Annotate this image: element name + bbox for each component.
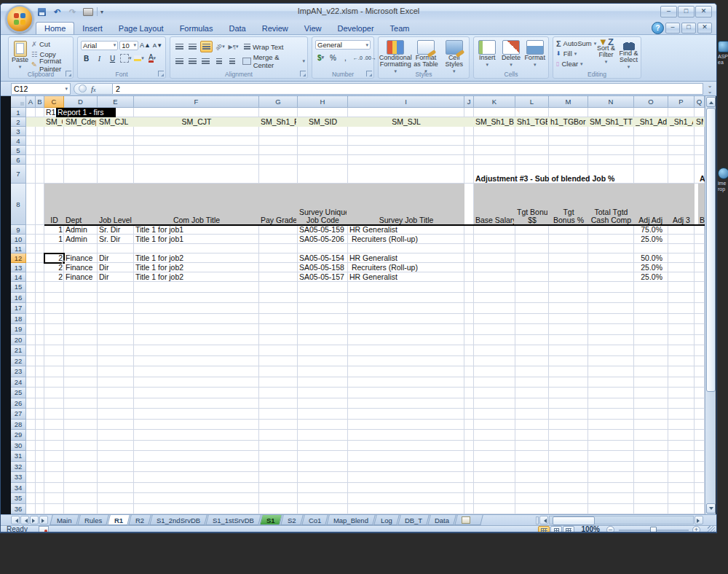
cell-K2[interactable]: SM_Sh1_Base	[475, 117, 514, 126]
sheet-tab-map_blend[interactable]: Map_Blend	[326, 515, 376, 525]
row-header-23[interactable]: 23	[11, 366, 26, 377]
insert-function-button[interactable]: fx	[74, 83, 113, 95]
sheet-tab-s1_1stsrvdb[interactable]: S1_1stSrvDB	[206, 515, 262, 525]
scroll-right-button[interactable]	[695, 516, 703, 524]
percent-button[interactable]: %	[328, 52, 339, 63]
row-header-31[interactable]: 31	[11, 451, 26, 462]
number-format-combo[interactable]: General▾	[315, 40, 371, 50]
cell-H13[interactable]: SA05-05-158	[299, 263, 347, 272]
sheet-tab-s1[interactable]: S1	[260, 515, 282, 525]
row-header-7[interactable]: 7	[11, 165, 26, 184]
help-button[interactable]: ?	[652, 22, 664, 34]
column-header-J[interactable]: J	[464, 96, 474, 108]
alignment-dialog-launcher[interactable]	[300, 71, 306, 76]
desktop-icon[interactable]: ASPea	[718, 41, 728, 66]
horizontal-scroll-track[interactable]	[549, 516, 694, 524]
sheet-tab-rules[interactable]: Rules	[77, 515, 109, 525]
row-header-19[interactable]: 19	[11, 324, 26, 335]
cell-O14[interactable]: 25.0%	[636, 272, 662, 281]
fill-color-button[interactable]: ▾	[134, 53, 145, 63]
autosum-button[interactable]: ΣAutoSum▾	[556, 39, 594, 48]
vertical-scroll-thumb[interactable]	[706, 108, 716, 392]
cell-H9[interactable]: SA05-05-159	[299, 225, 347, 234]
column-header-H[interactable]: H	[298, 96, 348, 108]
prev-sheet-button[interactable]	[20, 516, 29, 524]
horizontal-scroll-thumb[interactable]	[553, 516, 595, 525]
column-header-E[interactable]: E	[98, 96, 134, 108]
office-button[interactable]	[6, 5, 33, 33]
expand-formula-bar-button[interactable]: ⌄⌄	[705, 83, 715, 95]
zoom-slider-thumb[interactable]	[650, 527, 657, 533]
cell-styles-button[interactable]: Cell Styles▾	[442, 39, 467, 74]
text-direction-button[interactable]: ▶¶▾	[228, 42, 239, 52]
column-header-P[interactable]: P	[668, 96, 695, 108]
cell-F12[interactable]: Title 1 for job2	[135, 253, 258, 262]
column-header-Q[interactable]: Q	[695, 96, 705, 108]
vertical-scrollbar[interactable]	[705, 96, 716, 514]
title-bar[interactable]: ↶ ↷ ▾ ImpAN_v22.xlsm - Microsoft Excel –…	[1, 4, 716, 20]
scroll-up-button[interactable]	[706, 97, 716, 107]
cell-D9[interactable]: Admin	[66, 225, 96, 234]
zoom-out-button[interactable]: –	[606, 526, 614, 533]
row-header-36[interactable]: 36	[11, 504, 26, 515]
comma-button[interactable]: ,	[340, 52, 351, 63]
cell-D2[interactable]: SM_Cdept	[66, 117, 96, 126]
cell-E13[interactable]: Dir	[99, 263, 132, 272]
orientation-button[interactable]: ab▾	[215, 42, 226, 52]
row-header-28[interactable]: 28	[11, 420, 26, 430]
italic-button[interactable]: I	[94, 53, 105, 63]
horizontal-scrollbar[interactable]	[536, 516, 703, 524]
sheet-tab-co1[interactable]: Co1	[301, 515, 328, 525]
minimize-button[interactable]: –	[660, 6, 677, 17]
maximize-button[interactable]: □	[678, 6, 695, 17]
cell-H8[interactable]: Survey Unique Job Code	[299, 208, 347, 224]
page-layout-view-button[interactable]	[550, 526, 562, 533]
column-header-A[interactable]: A	[26, 96, 36, 108]
cell-E8[interactable]: Job Level	[99, 216, 132, 224]
row-header-20[interactable]: 20	[11, 335, 26, 346]
clipboard-dialog-launcher[interactable]	[66, 71, 71, 76]
row-header-29[interactable]: 29	[11, 430, 26, 441]
ribbon-tab-formulas[interactable]: Formulas	[172, 23, 221, 34]
sheet-tab-db_t[interactable]: DB_T	[397, 515, 430, 525]
cell-H10[interactable]: SA05-05-206	[299, 235, 347, 243]
cell-M2[interactable]: h1_TGBor	[550, 117, 587, 126]
fill-button[interactable]: ⬇Fill▾	[556, 49, 594, 58]
cell-I12[interactable]: HR Generalist	[349, 253, 568, 262]
align-middle-button[interactable]	[187, 42, 198, 52]
cell-P8[interactable]: Adj 3	[670, 216, 693, 224]
column-header-F[interactable]: F	[134, 96, 259, 108]
column-header-C[interactable]: C	[44, 96, 64, 108]
borders-button[interactable]: ▾	[120, 53, 132, 63]
cell-O10[interactable]: 25.0%	[636, 235, 662, 243]
zoom-level[interactable]: 100%	[581, 525, 600, 533]
row-header-2[interactable]: 2	[11, 117, 26, 127]
cell-F10[interactable]: Title 1 for job1	[135, 235, 258, 243]
cell-G8[interactable]: Pay Grade	[261, 216, 296, 224]
clear-button[interactable]: ▯Clear▾	[556, 59, 594, 68]
cell-E9[interactable]: Sr. Dir	[99, 225, 132, 234]
ribbon-tab-review[interactable]: Review	[254, 23, 296, 34]
ribbon-tab-insert[interactable]: Insert	[74, 23, 111, 34]
format-as-table-button[interactable]: Format as Table▾	[412, 39, 440, 74]
cell-F9[interactable]: Title 1 for job1	[135, 225, 258, 234]
ribbon-tab-page-layout[interactable]: Page Layout	[111, 23, 172, 34]
decrease-indent-button[interactable]	[213, 56, 224, 66]
row-header-14[interactable]: 14	[11, 272, 26, 282]
select-all-corner[interactable]	[11, 96, 26, 108]
ribbon-tab-developer[interactable]: Developer	[329, 23, 381, 34]
cell-C10[interactable]: 1	[46, 235, 63, 243]
font-name-combo[interactable]: Arial▾	[81, 41, 118, 50]
sheet-tab-main[interactable]: Main	[50, 515, 79, 525]
column-header-B[interactable]: B	[36, 96, 44, 108]
cell-E14[interactable]: Dir	[99, 272, 132, 281]
cell-G2[interactable]: SM_Sh1_PG	[261, 117, 296, 126]
row-header-30[interactable]: 30	[11, 441, 26, 452]
cell-O12[interactable]: 50.0%	[636, 253, 662, 262]
normal-view-button[interactable]	[538, 526, 550, 533]
cell-O9[interactable]: 75.0%	[636, 225, 662, 234]
cell-C8[interactable]: ID	[46, 216, 63, 224]
cell-K7[interactable]: Adjustment #3 - Sub of blended Job %	[475, 174, 694, 183]
cell-I13[interactable]: Recruiters (Roll-up)	[349, 263, 568, 272]
row-header-16[interactable]: 16	[11, 293, 26, 304]
